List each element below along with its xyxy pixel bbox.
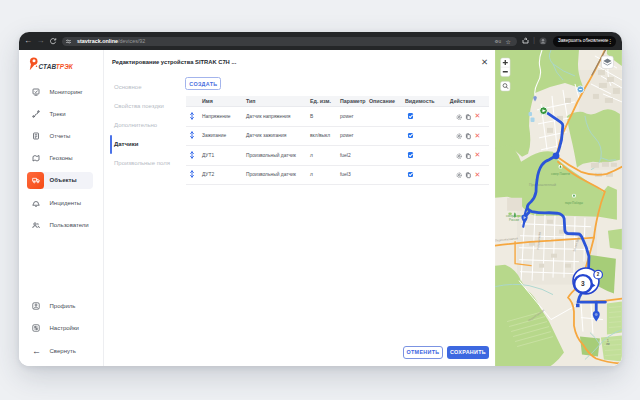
svg-text:2: 2 [597,272,600,277]
svg-text:3: 3 [581,280,585,287]
svg-text:парк Победы: парк Победы [565,200,583,204]
svg-text:России: России [509,217,519,221]
svg-text:км: км [606,341,609,345]
svg-text:сквер Памяти: сквер Памяти [551,171,570,175]
svg-text:Промышленный: Промышленный [529,182,556,186]
